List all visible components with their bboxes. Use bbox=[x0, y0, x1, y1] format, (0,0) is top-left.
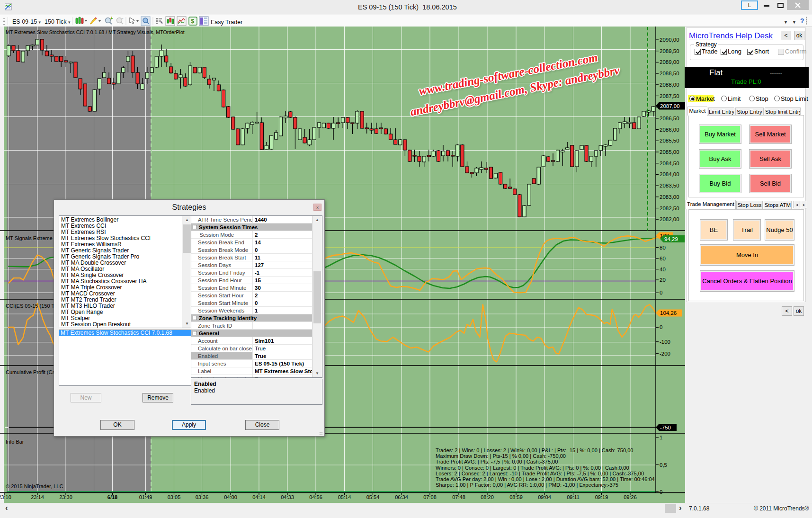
svg-text:Sharpe: 1,00 | P Factor: 0,00: Sharpe: 1,00 | P Factor: 0,00 | AVG RR: … bbox=[436, 482, 618, 488]
svg-text:MT Extremes Slow Stochastics C: MT Extremes Slow Stochastics CCI 7.0.1.6… bbox=[6, 29, 185, 35]
svg-text:2085,00: 2085,00 bbox=[660, 149, 679, 155]
svg-text:2088,50: 2088,50 bbox=[660, 71, 679, 76]
svg-text:-750: -750 bbox=[660, 425, 671, 430]
svg-text:04:33: 04:33 bbox=[281, 494, 294, 500]
svg-text:0: 0 bbox=[660, 489, 662, 495]
svg-text:-200: -200 bbox=[660, 351, 670, 357]
svg-text:MT Signals Extreme: MT Signals Extreme bbox=[6, 235, 53, 241]
svg-text:2089,50: 2089,50 bbox=[660, 48, 679, 54]
svg-text:23:30: 23:30 bbox=[59, 494, 72, 500]
svg-text:08:20: 08:20 bbox=[481, 494, 494, 500]
svg-text:60: 60 bbox=[660, 256, 666, 261]
svg-text:6/18: 6/18 bbox=[107, 494, 117, 500]
svg-text:04:56: 04:56 bbox=[309, 494, 322, 500]
svg-text:2085,50: 2085,50 bbox=[660, 138, 679, 143]
svg-text:2086,50: 2086,50 bbox=[660, 116, 679, 121]
svg-text:2087,50: 2087,50 bbox=[660, 93, 679, 99]
svg-text:03:36: 03:36 bbox=[196, 494, 209, 500]
svg-text:Trades: 2 | Wins: 0 | Losses:: Trades: 2 | Wins: 0 | Losses: 2 | Win%: … bbox=[436, 447, 633, 453]
svg-text:-100: -100 bbox=[660, 339, 670, 345]
svg-text:-: - bbox=[122, 16, 124, 21]
svg-text:CCI(ES 09-15 (150 T: CCI(ES 09-15 (150 T bbox=[6, 303, 54, 309]
svg-text:05:54: 05:54 bbox=[366, 494, 380, 500]
svg-text:23:10: 23:10 bbox=[0, 494, 11, 500]
svg-text:$: $ bbox=[191, 18, 195, 25]
svg-text:23:14: 23:14 bbox=[31, 494, 44, 500]
svg-text:2090,00: 2090,00 bbox=[660, 37, 679, 43]
svg-text:2084,00: 2084,00 bbox=[660, 171, 679, 177]
svg-text:2082,50: 2082,50 bbox=[660, 205, 679, 211]
svg-text:2089,00: 2089,00 bbox=[660, 59, 679, 65]
svg-text:2082,00: 2082,00 bbox=[660, 216, 679, 222]
svg-text:Trade AVG Per day: 2,00 | Win: Trade AVG Per day: 2,00 | Win : 0,00 | L… bbox=[436, 476, 655, 482]
svg-text:0,5: 0,5 bbox=[660, 462, 667, 468]
svg-text:0: 0 bbox=[660, 324, 662, 330]
svg-text:05:14: 05:14 bbox=[338, 494, 351, 500]
svg-text:94,29: 94,29 bbox=[664, 236, 678, 242]
svg-text:04:00: 04:00 bbox=[224, 494, 237, 500]
svg-text:2084,50: 2084,50 bbox=[660, 161, 679, 166]
svg-text:09:19: 09:19 bbox=[595, 494, 608, 500]
svg-text:08:59: 08:59 bbox=[509, 494, 523, 500]
svg-text:04:14: 04:14 bbox=[252, 494, 266, 500]
svg-text:07:48: 07:48 bbox=[452, 494, 465, 500]
svg-text:Maximum Draw Down: | Pts-15 |: Maximum Draw Down: | Pts-15 | % 0,00 | C… bbox=[436, 453, 566, 459]
svg-text:2088,00: 2088,00 bbox=[660, 82, 679, 88]
svg-text:2086,00: 2086,00 bbox=[660, 127, 679, 133]
svg-text:20: 20 bbox=[660, 277, 666, 283]
svg-text:80: 80 bbox=[660, 245, 666, 250]
svg-text:40: 40 bbox=[660, 267, 666, 272]
svg-text:2083,00: 2083,00 bbox=[660, 194, 679, 200]
svg-text:01:49: 01:49 bbox=[139, 494, 152, 500]
svg-text:+: + bbox=[110, 16, 113, 21]
svg-text:03:05: 03:05 bbox=[168, 494, 181, 500]
svg-text:Winners: 0 | Consec: 0 | Large: Winners: 0 | Consec: 0 | Largest: 0 | Tr… bbox=[436, 465, 629, 471]
svg-text:09:04: 09:04 bbox=[538, 494, 551, 500]
svg-text:Trade Profit AVG: | Pts: -7,5: Trade Profit AVG: | Pts: -7,5 | %: 0,00 … bbox=[436, 459, 558, 464]
svg-text:09:11: 09:11 bbox=[567, 494, 580, 500]
svg-text:© 2015 NinjaTrader, LLC: © 2015 NinjaTrader, LLC bbox=[6, 483, 63, 489]
svg-text:07:08: 07:08 bbox=[423, 494, 437, 500]
svg-text:2087,00: 2087,00 bbox=[660, 103, 680, 109]
svg-text:Cumulative Profit (Ca: Cumulative Profit (Ca bbox=[6, 369, 55, 375]
svg-text:104,26: 104,26 bbox=[660, 310, 677, 316]
svg-text:Info Bar: Info Bar bbox=[6, 439, 24, 445]
svg-text:1: 1 bbox=[660, 435, 662, 440]
svg-text:06:34: 06:34 bbox=[395, 494, 408, 500]
svg-text:0: 0 bbox=[660, 290, 662, 295]
svg-text:2083,50: 2083,50 bbox=[660, 183, 679, 188]
svg-text:09:26: 09:26 bbox=[624, 494, 637, 500]
svg-text:Losers: 2 | Consec: 2 | Larges: Losers: 2 | Consec: 2 | Largest: -10 | T… bbox=[436, 471, 644, 476]
